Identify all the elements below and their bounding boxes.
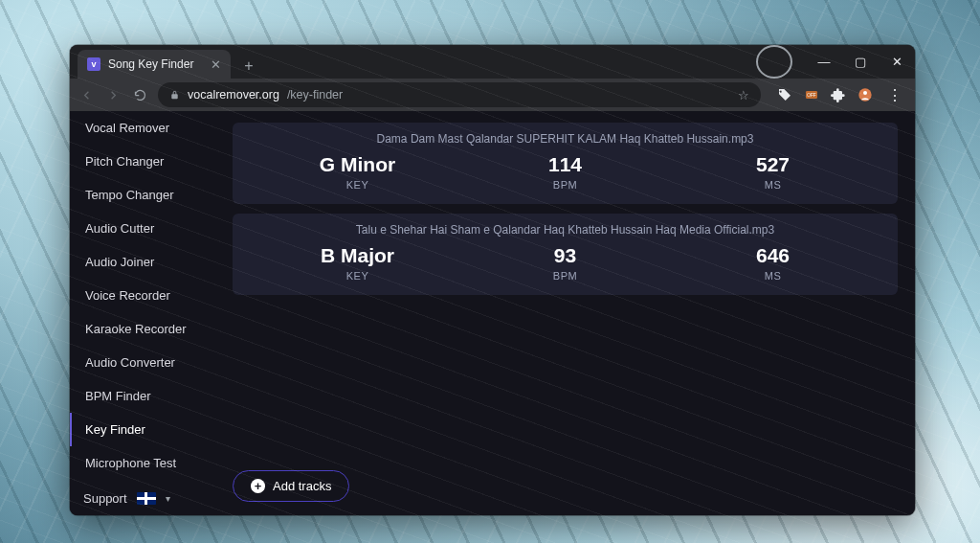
metric-bpm: 93BPM — [513, 244, 618, 282]
ms-label: MS — [765, 270, 782, 282]
address-bar[interactable]: vocalremover.org/key-finder ☆ — [158, 82, 761, 107]
ms-value: 646 — [756, 244, 790, 267]
new-tab-button[interactable]: + — [236, 54, 261, 79]
sidebar: Vocal RemoverPitch ChangerTempo ChangerA… — [70, 111, 215, 515]
sidebar-item-tempo-changer[interactable]: Tempo Changer — [70, 178, 215, 212]
ms-value: 527 — [756, 153, 790, 176]
track-filename: Talu e Shehar Hai Sham e Qalandar Haq Kh… — [254, 223, 877, 237]
svg-point-3 — [863, 91, 867, 95]
account-indicator-icon[interactable] — [756, 45, 792, 79]
metric-key: G MinorKEY — [305, 153, 411, 191]
sidebar-item-bpm-finder[interactable]: BPM Finder — [70, 379, 215, 413]
extensions-puzzle-icon[interactable] — [830, 86, 847, 103]
track-metrics: G MinorKEY114BPM527MS — [254, 153, 877, 191]
key-value: B Major — [321, 244, 394, 267]
metric-ms: 646MS — [721, 244, 826, 282]
reload-button[interactable] — [131, 86, 148, 103]
chevron-down-icon: ▾ — [166, 493, 170, 504]
ms-label: MS — [765, 179, 782, 191]
add-tracks-label: Add tracks — [273, 479, 331, 493]
titlebar: v Song Key Finder ✕ + — ▢ ✕ — [70, 45, 915, 79]
main-panel: Dama Dam Mast Qalandar SUPERHIT KALAM Ha… — [215, 111, 915, 515]
metric-key: B MajorKEY — [305, 244, 411, 282]
bookmark-star-icon[interactable]: ☆ — [738, 88, 749, 102]
maximize-button[interactable]: ▢ — [842, 45, 879, 79]
extension-tag-icon[interactable] — [776, 86, 793, 103]
chrome-menu-icon[interactable]: ⋮ — [883, 86, 907, 104]
track-card: Dama Dam Mast Qalandar SUPERHIT KALAM Ha… — [233, 123, 898, 204]
bpm-value: 114 — [548, 153, 582, 176]
metric-bpm: 114BPM — [513, 153, 618, 191]
browser-window: v Song Key Finder ✕ + — ▢ ✕ vocalremover… — [70, 45, 915, 515]
url-host: vocalremover.org — [188, 88, 279, 102]
svg-text:OFF: OFF — [807, 93, 815, 98]
window-controls: — ▢ ✕ — [756, 45, 915, 79]
bpm-label: BPM — [553, 179, 577, 191]
support-label: Support — [83, 491, 127, 506]
sidebar-item-audio-converter[interactable]: Audio Converter — [70, 346, 215, 379]
url-path: /key-finder — [287, 88, 343, 102]
close-window-button[interactable]: ✕ — [879, 45, 915, 79]
close-tab-icon[interactable]: ✕ — [211, 57, 221, 72]
metric-ms: 527MS — [721, 153, 826, 191]
sidebar-item-karaoke-recorder[interactable]: Karaoke Recorder — [70, 312, 215, 346]
sidebar-item-key-finder[interactable]: Key Finder — [70, 413, 215, 446]
support-link[interactable]: Support ▾ — [70, 480, 215, 515]
track-card: Talu e Shehar Hai Sham e Qalandar Haq Kh… — [233, 214, 898, 295]
sidebar-item-voice-recorder[interactable]: Voice Recorder — [70, 279, 215, 312]
page-content: Vocal RemoverPitch ChangerTempo ChangerA… — [70, 111, 915, 515]
key-value: G Minor — [320, 153, 395, 176]
tab-title: Song Key Finder — [108, 57, 193, 71]
sidebar-item-pitch-changer[interactable]: Pitch Changer — [70, 145, 215, 178]
plus-icon: + — [251, 479, 265, 493]
sidebar-item-microphone-test[interactable]: Microphone Test — [70, 446, 215, 480]
sidebar-item-vocal-remover[interactable]: Vocal Remover — [70, 111, 215, 145]
sidebar-item-audio-cutter[interactable]: Audio Cutter — [70, 212, 215, 245]
flag-uk-icon — [137, 492, 156, 505]
profile-avatar-icon[interactable] — [857, 86, 874, 103]
favicon-icon: v — [87, 57, 100, 71]
track-filename: Dama Dam Mast Qalandar SUPERHIT KALAM Ha… — [254, 132, 877, 146]
minimize-button[interactable]: — — [806, 45, 842, 79]
forward-button — [104, 86, 122, 103]
add-tracks-button[interactable]: + Add tracks — [233, 470, 349, 502]
track-metrics: B MajorKEY93BPM646MS — [254, 244, 877, 282]
extension-icons: OFF ⋮ — [770, 86, 907, 104]
browser-tab[interactable]: v Song Key Finder ✕ — [78, 50, 231, 79]
key-label: KEY — [346, 270, 369, 282]
extension-off-icon[interactable]: OFF — [803, 86, 820, 103]
lock-icon — [169, 90, 180, 101]
sidebar-item-audio-joiner[interactable]: Audio Joiner — [70, 245, 215, 279]
bpm-value: 93 — [554, 244, 576, 267]
bpm-label: BPM — [553, 270, 577, 282]
back-button — [78, 86, 95, 103]
toolbar: vocalremover.org/key-finder ☆ OFF ⋮ — [70, 79, 915, 111]
key-label: KEY — [346, 179, 369, 191]
